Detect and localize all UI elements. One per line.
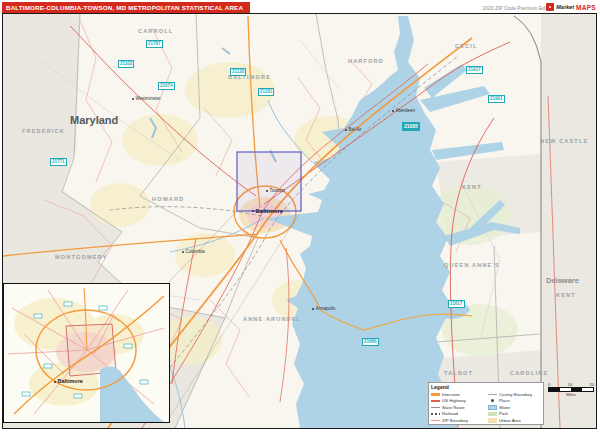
zip-label: 21666 xyxy=(362,338,379,346)
county-label-montgomery: MONTGOMERY xyxy=(55,254,107,260)
urban-area-swatch xyxy=(488,418,497,423)
scale-tick: 10 xyxy=(568,382,572,387)
place-swatch xyxy=(491,399,494,402)
county-label-cecil: CECIL xyxy=(455,43,478,49)
zip-label: 21074 xyxy=(158,82,175,90)
map-legend: Legend Interstate US Highway State Route… xyxy=(428,382,544,425)
zip-label: 21005 xyxy=(402,122,420,131)
map-frame: CARROLL BALTIMORE HARFORD CECIL FREDERIC… xyxy=(2,13,597,429)
logo-word-maps: MAPS xyxy=(576,4,596,11)
county-label-new-castle: NEW CASTLE xyxy=(540,138,588,144)
downtown-inset-map: Baltimore xyxy=(3,283,170,423)
header-bar: BALTIMORE-COLUMBIA-TOWSON, MD METROPOLIT… xyxy=(2,2,250,13)
legend-title: Legend xyxy=(431,384,541,390)
zip-boundary-swatch xyxy=(431,420,440,421)
map-pin-icon xyxy=(546,3,554,11)
state-route-swatch xyxy=(431,407,440,409)
county-label-harford: HARFORD xyxy=(348,58,384,64)
scale-unit: Miles xyxy=(548,392,594,397)
edition-label: 2020 ZIP Code Premium Edition xyxy=(482,5,554,11)
county-boundary-swatch xyxy=(488,394,497,395)
map-sheet: BALTIMORE-COLUMBIA-TOWSON, MD METROPOLIT… xyxy=(0,0,600,435)
zip-label: 21771 xyxy=(50,158,67,166)
state-label-maryland: Maryland xyxy=(70,114,118,126)
zip-label: 21120 xyxy=(230,68,246,76)
city-label-westminster: Westminster xyxy=(132,96,160,101)
city-label-columbia: Columbia xyxy=(182,249,205,254)
city-label-towson: Towson xyxy=(266,188,285,193)
county-label-anne-arundel: ANNE ARUNDEL xyxy=(243,316,301,322)
scale-tick: 20 xyxy=(590,382,594,387)
city-label-bel-air: Bel Air xyxy=(345,127,362,132)
zip-label: 21901 xyxy=(488,95,505,103)
state-label-delaware: Delaware xyxy=(546,276,579,285)
city-label-baltimore: Baltimore xyxy=(252,208,283,214)
legend-item: ZIP Boundary xyxy=(431,417,484,424)
county-label-carroll: CARROLL xyxy=(138,28,173,34)
water-swatch xyxy=(488,405,497,410)
zip-label: 21917 xyxy=(466,66,483,74)
county-label-kent-de: KENT xyxy=(556,292,576,298)
zip-label: 21161 xyxy=(258,88,274,96)
park-swatch xyxy=(488,412,497,417)
inset-city-label: Baltimore xyxy=(54,378,83,384)
zip-label: 21617 xyxy=(448,300,465,308)
legend-item: Urban Area xyxy=(488,417,541,424)
logo-word-market: Market xyxy=(556,4,574,10)
zip-label: 21102 xyxy=(118,60,134,68)
city-label-annapolis: Annapolis xyxy=(312,306,335,311)
county-label-kent-md: KENT xyxy=(462,184,482,190)
scale-tick: 0 xyxy=(548,382,550,387)
page-title: BALTIMORE-COLUMBIA-TOWSON, MD METROPOLIT… xyxy=(2,2,250,13)
city-label-aberdeen: Aberdeen xyxy=(392,108,415,113)
county-label-talbot: TALBOT xyxy=(444,370,473,376)
brand-logo: Market MAPS xyxy=(546,1,596,13)
inset-canvas xyxy=(4,284,169,422)
scale-bar: 0 10 20 Miles xyxy=(548,382,594,397)
railroad-swatch xyxy=(431,413,440,415)
county-label-caroline: CAROLINE xyxy=(510,370,548,376)
interstate-swatch xyxy=(431,393,440,396)
county-label-howard: HOWARD xyxy=(152,196,184,202)
county-label-queen-annes: QUEEN ANNE'S xyxy=(444,262,500,268)
zip-label: 21787 xyxy=(146,40,163,48)
us-highway-swatch xyxy=(431,400,440,402)
county-label-frederick: FREDERICK xyxy=(22,128,65,134)
inset-water xyxy=(100,367,164,422)
